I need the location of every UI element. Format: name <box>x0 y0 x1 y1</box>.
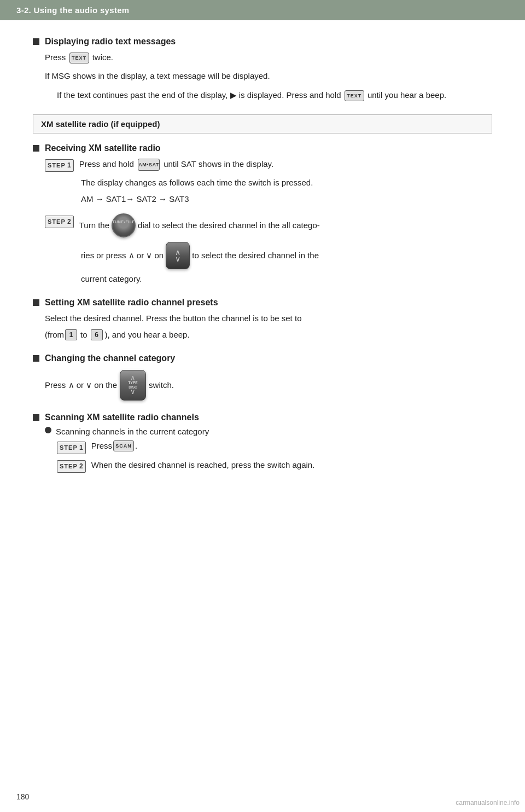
receiving-step1: STEP 1 Press and hold AM•SAT until SAT s… <box>45 158 492 172</box>
bullet-icon-category <box>33 355 39 362</box>
step2-cont: ries or press ∧ or ∨ on to select the de… <box>81 242 492 269</box>
scanning-step2-badge: STEP 2 <box>57 460 86 473</box>
section-scanning: Scanning XM satellite radio channels Sca… <box>33 413 492 473</box>
preset-btn-1: 1 <box>65 329 77 340</box>
step1-note: The display changes as follows each time… <box>81 176 492 189</box>
section-changing-category: Changing the channel category Press ∧ or… <box>33 353 492 401</box>
category-text: Press ∧ or ∨ on the ∧ TYPEDISC ∨ switch. <box>45 370 492 401</box>
bullet-icon-scanning <box>33 414 39 421</box>
step2-text: Turn the dial to select the desired chan… <box>79 213 320 237</box>
note-line: If the text continues past the end of th… <box>57 88 492 102</box>
am-sat-icon: AM•SAT <box>138 159 160 171</box>
scanning-step2-text: When the desired channel is reached, pre… <box>91 459 315 472</box>
scanning-step1-badge: STEP 1 <box>57 442 86 454</box>
seek-track-icon <box>166 242 190 269</box>
text-button-note-icon: TEXT <box>345 90 364 101</box>
scanning-step1: STEP 1 Press SCAN . <box>57 439 492 454</box>
step2-cont-text: ries or press ∧ or ∨ on to select the de… <box>81 242 492 269</box>
bullet-icon-receiving <box>33 145 39 152</box>
section-setting-presets: Setting XM satellite radio channel prese… <box>33 298 492 341</box>
section-heading-presets: Setting XM satellite radio channel prese… <box>33 298 492 308</box>
page-number: 180 <box>16 792 29 801</box>
section-heading-category: Changing the channel category <box>33 353 492 363</box>
presets-text2: (from 1 to 6 ), and you hear a beep. <box>45 328 492 341</box>
receiving-step2: STEP 2 Turn the dial to select the desir… <box>45 213 492 237</box>
watermark: carmanualsonline.info <box>456 799 520 807</box>
type-disc-icon: ∧ TYPEDISC ∨ <box>120 370 146 401</box>
section-title-displaying: Displaying radio text messages <box>45 37 176 47</box>
preset-btn-6: 6 <box>91 329 103 340</box>
page-header: 3-2. Using the audio system <box>0 0 525 20</box>
presets-text1: Select the desired channel. Press the bu… <box>45 312 492 325</box>
section-heading-receiving: Receiving XM satellite radio <box>33 143 492 153</box>
bullet-icon <box>33 38 39 45</box>
msg-line: If MSG shows in the display, a text mess… <box>45 69 492 83</box>
circle-bullet-icon <box>45 427 51 433</box>
page-content: Displaying radio text messages Press TEX… <box>0 20 525 507</box>
section-heading-scanning: Scanning XM satellite radio channels <box>33 413 492 422</box>
step2-cont3: current category. <box>81 272 492 286</box>
tune-file-icon <box>112 213 136 237</box>
twice-label: twice. <box>92 53 113 62</box>
step2-badge: STEP 2 <box>45 216 74 228</box>
scanning-step1-text: Press SCAN . <box>91 439 138 453</box>
step1-badge: STEP 1 <box>45 159 74 172</box>
scanning-sub1: Scanning channels in the current categor… <box>45 427 492 436</box>
scanning-step2: STEP 2 When the desired channel is reach… <box>57 459 492 473</box>
section-heading-displaying: Displaying radio text messages <box>33 37 492 47</box>
bullet-icon-presets <box>33 299 39 306</box>
section-title-category: Changing the channel category <box>45 353 175 363</box>
scan-btn-icon: SCAN <box>113 440 134 451</box>
text-button-icon: TEXT <box>69 53 89 63</box>
section-title-scanning: Scanning XM satellite radio channels <box>45 413 199 422</box>
section-displaying-radio: Displaying radio text messages Press TEX… <box>33 37 492 102</box>
section-title-presets: Setting XM satellite radio channel prese… <box>45 298 218 308</box>
step1-text: Press and hold AM•SAT until SAT shows in… <box>79 158 273 171</box>
section-receiving-xm: Receiving XM satellite radio STEP 1 Pres… <box>33 143 492 286</box>
press-label: Press <box>45 53 66 62</box>
header-title: 3-2. Using the audio system <box>16 5 129 15</box>
xm-satellite-box: XM satellite radio (if equipped) <box>33 114 492 134</box>
xm-box-label: XM satellite radio (if equipped) <box>41 119 160 129</box>
step1-sequence: AM → SAT1→ SAT2 → SAT3 <box>81 193 492 206</box>
displaying-step1: Press TEXT twice. <box>45 51 492 64</box>
section-title-receiving: Receiving XM satellite radio <box>45 143 161 153</box>
